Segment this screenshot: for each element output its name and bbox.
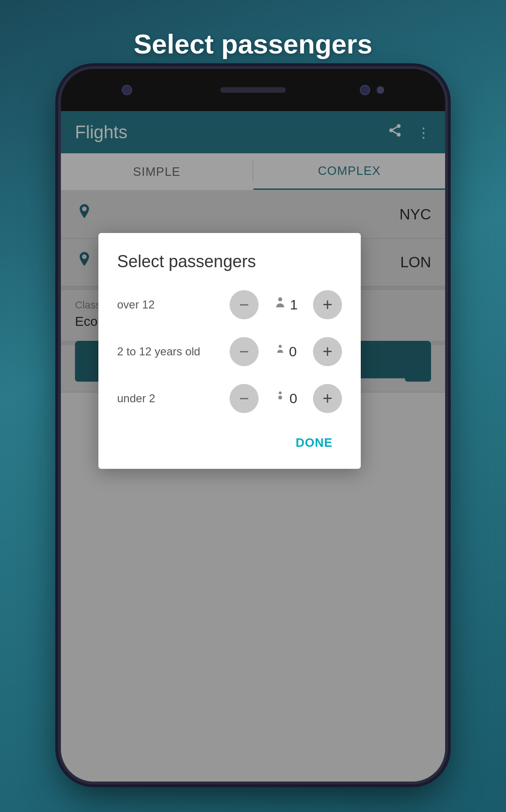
child-count: 0 bbox=[289, 344, 297, 360]
child-decrement-button[interactable]: − bbox=[230, 337, 259, 366]
front-camera bbox=[122, 85, 132, 95]
infant-count-area: 0 bbox=[267, 391, 305, 407]
child-increment-button[interactable]: + bbox=[313, 337, 342, 366]
over-12-count: 1 bbox=[290, 297, 298, 313]
infant-decrement-button[interactable]: − bbox=[230, 384, 259, 413]
infant-controls: − 0 + bbox=[230, 384, 342, 413]
over-12-decrement-button[interactable]: − bbox=[230, 290, 259, 319]
child-count-icon bbox=[275, 344, 285, 360]
infant-row: under 2 − 0 bbox=[117, 384, 342, 413]
camera-dot bbox=[377, 86, 384, 94]
svg-point-9 bbox=[278, 297, 282, 301]
over-12-count-area: 1 bbox=[267, 296, 305, 314]
infant-count: 0 bbox=[290, 391, 298, 406]
child-controls: − 0 + bbox=[230, 337, 342, 366]
over-12-row: over 12 − 1 + bbox=[117, 290, 342, 319]
dialog-actions: DONE bbox=[117, 431, 342, 455]
infant-increment-button[interactable]: + bbox=[313, 384, 342, 413]
infant-label: under 2 bbox=[117, 392, 230, 405]
over-12-controls: − 1 + bbox=[230, 290, 342, 319]
svg-point-11 bbox=[279, 391, 282, 394]
phone-screen: Flights ⋮ SIMPLE COMPLEX bbox=[61, 111, 445, 782]
page-title: Select passengers bbox=[0, 0, 506, 78]
child-row: 2 to 12 years old − 0 + bbox=[117, 337, 342, 366]
svg-point-10 bbox=[278, 345, 281, 347]
infant-count-icon bbox=[275, 391, 286, 407]
dialog-title: Select passengers bbox=[117, 252, 342, 271]
child-count-area: 0 bbox=[267, 344, 305, 360]
select-passengers-dialog: Select passengers over 12 − 1 bbox=[98, 233, 361, 469]
over-12-increment-button[interactable]: + bbox=[313, 290, 342, 319]
over-12-label: over 12 bbox=[117, 298, 230, 311]
child-label: 2 to 12 years old bbox=[117, 345, 230, 358]
dialog-overlay: Select passengers over 12 − 1 bbox=[61, 111, 445, 782]
phone-frame: Flights ⋮ SIMPLE COMPLEX bbox=[61, 69, 445, 782]
done-button[interactable]: DONE bbox=[286, 431, 342, 455]
adult-count-icon bbox=[274, 296, 286, 314]
face-sensor bbox=[360, 85, 370, 95]
speaker-grille bbox=[220, 87, 286, 93]
